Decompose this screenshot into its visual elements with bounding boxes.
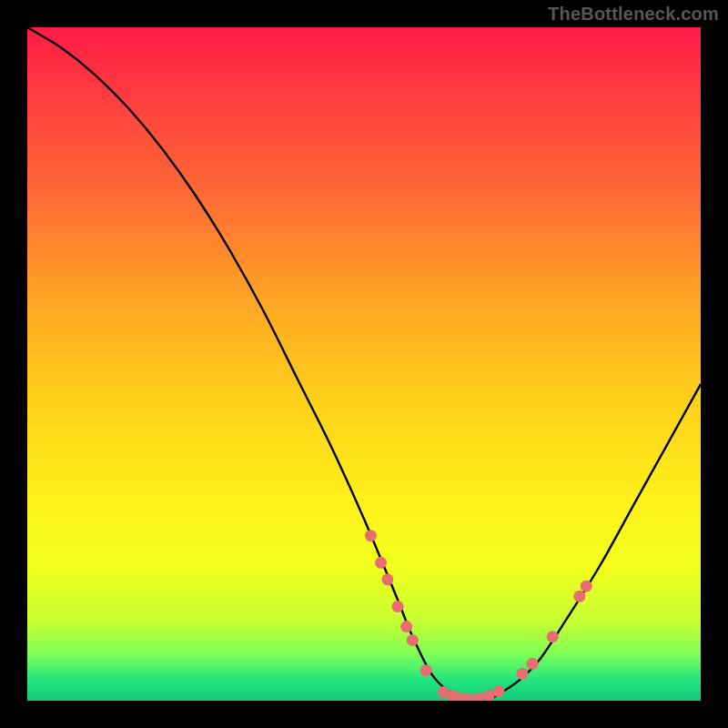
bottleneck-curve: [27, 27, 701, 701]
chart-container: TheBottleneck.com: [0, 0, 728, 728]
data-marker: [547, 631, 559, 642]
data-marker: [400, 621, 412, 632]
data-marker: [516, 668, 528, 680]
data-marker: [472, 693, 484, 701]
data-marker: [365, 530, 377, 541]
data-marker: [573, 591, 585, 602]
data-marker: [375, 557, 387, 569]
data-marker: [527, 658, 539, 670]
plot-area: [27, 27, 701, 701]
data-marker: [493, 685, 505, 697]
data-marker: [581, 581, 592, 592]
data-marker: [420, 664, 432, 676]
data-marker: [407, 634, 419, 646]
watermark-text: TheBottleneck.com: [548, 4, 719, 25]
data-markers: [365, 530, 592, 701]
data-marker: [392, 601, 404, 612]
curve-svg: [27, 27, 701, 701]
data-marker: [482, 690, 494, 701]
data-marker: [381, 573, 393, 585]
